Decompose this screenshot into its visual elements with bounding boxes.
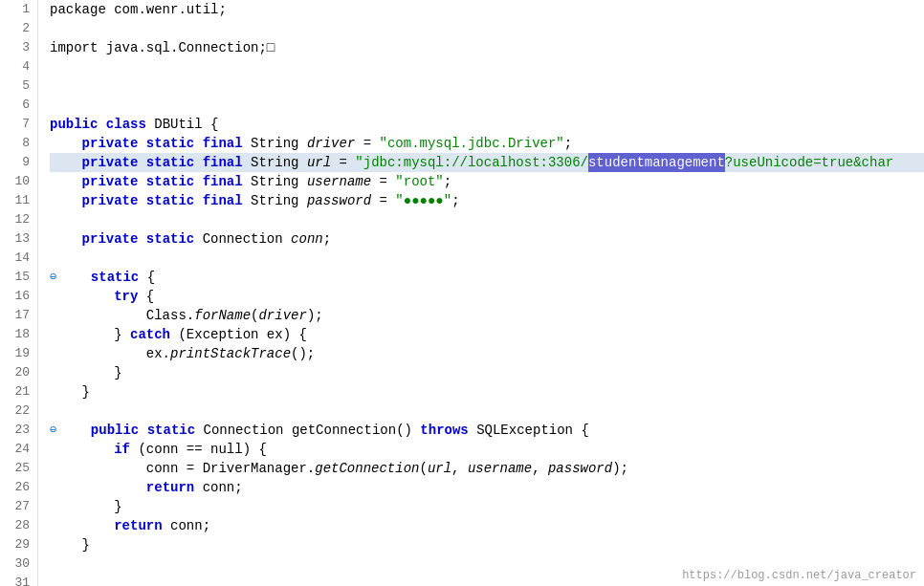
line-number-23: 23 [8,421,30,440]
token: } [50,363,122,382]
line-number-21: 21 [8,382,30,402]
code-line-28: return conn; [50,516,924,535]
code-line-24: if (conn == null) { [50,440,924,459]
code-line-26: return conn; [50,478,924,497]
code-line-6 [50,96,924,115]
code-line-11: private static final String password = "… [50,191,924,210]
token: } catch (Exception ex) { [50,325,307,344]
token: , [451,459,468,478]
token: package com.wenr.util; [50,0,227,19]
token: private static final String [50,172,307,191]
code-line-10: private static final String username = "… [50,172,924,191]
code-content[interactable]: package com.wenr.util;import java.sql.Co… [38,0,924,586]
token: ?useUnicode=true&char [725,153,893,172]
token: getConnection [315,459,419,478]
token: "com.mysql.jdbc.Driver" [380,134,564,153]
line-number-10: 10 [8,172,30,191]
token: ( [419,459,427,478]
token: driver [258,306,306,325]
token: = [371,172,395,191]
token: ( [251,306,258,325]
line-number-2: 2 [8,19,30,38]
token: } [50,382,90,402]
token: ex. [50,344,170,363]
line-numbers: 1234567891011121314151617181920212223242… [0,0,38,586]
line-number-22: 22 [8,402,30,421]
token: driver [307,134,355,153]
code-line-9: private static final String url = "jdbc:… [50,153,924,172]
token: ; [323,229,331,249]
token: url [307,153,331,172]
token: "jdbc:mysql://localhost:3306/ [355,153,588,172]
code-line-27: } [50,497,924,516]
code-line-1: package com.wenr.util; [50,0,924,19]
line-number-18: 18 [8,325,30,344]
token: "root" [395,172,443,191]
line-number-3: 3 [8,38,30,57]
arrow-marker: ⊖ [50,268,56,287]
token: try { [50,287,154,306]
line-number-13: 13 [8,229,30,249]
token: printStackTrace [170,344,291,363]
code-line-13: private static Connection conn; [50,229,924,249]
code-line-2 [50,19,924,38]
token: ; [444,172,451,191]
token: , [532,459,548,478]
token: ●●●●● [404,191,444,210]
bottom-bar: https://blog.csdn.net/java_creator [674,565,924,586]
line-number-31: 31 [8,574,30,586]
csdn-link: https://blog.csdn.net/java_creator [682,569,916,582]
line-number-25: 25 [8,459,30,478]
token: ; [451,191,459,210]
line-number-11: 11 [8,191,30,210]
token: import java.sql.Connection; [50,38,267,57]
line-number-26: 26 [8,478,30,497]
code-line-16: try { [50,287,924,306]
code-line-5 [50,76,924,96]
line-number-12: 12 [8,210,30,229]
code-line-4 [50,57,924,76]
line-number-16: 16 [8,287,30,306]
token: public static Connection getConnection()… [58,421,589,440]
token: } [50,535,90,554]
code-line-23: ⊖ public static Connection getConnection… [50,421,924,440]
line-number-19: 19 [8,344,30,363]
token: return conn; [50,516,210,535]
token: = [331,153,355,172]
code-area: 1234567891011121314151617181920212223242… [0,0,924,586]
token: password [307,191,371,210]
token: studentmanagement [588,153,725,172]
token: Class. [50,306,194,325]
token: if (conn == null) { [50,440,267,459]
line-number-20: 20 [8,363,30,382]
code-line-19: ex.printStackTrace(); [50,344,924,363]
line-number-14: 14 [8,249,30,268]
code-line-12 [50,210,924,229]
line-number-28: 28 [8,516,30,535]
token: □ [267,38,275,57]
line-number-7: 7 [8,115,30,134]
token: " [395,191,403,210]
line-number-24: 24 [8,440,30,459]
line-number-30: 30 [8,554,30,574]
token: private static final String [50,153,307,172]
token: (); [291,344,315,363]
code-line-29: } [50,535,924,554]
token: forName [194,306,251,325]
token: " [444,191,451,210]
token: static { [58,268,155,287]
code-line-7: public class DBUtil { [50,115,924,134]
line-number-1: 1 [8,0,30,19]
token: ); [612,459,628,478]
line-number-5: 5 [8,76,30,96]
code-line-20: } [50,363,924,382]
token: conn = DriverManager. [50,459,315,478]
line-number-15: 15 [8,268,30,287]
token: url [428,459,451,478]
code-line-8: private static final String driver = "co… [50,134,924,153]
line-number-29: 29 [8,535,30,554]
arrow-marker: ⊖ [50,421,56,440]
token: } [50,497,122,516]
line-number-4: 4 [8,57,30,76]
token: ); [307,306,323,325]
